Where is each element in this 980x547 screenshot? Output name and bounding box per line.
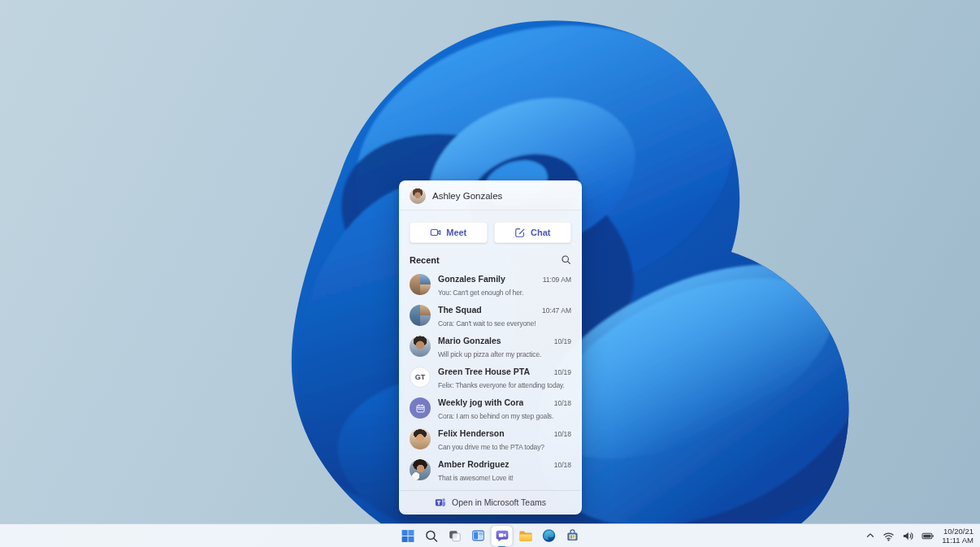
chat-button[interactable]: Chat: [494, 222, 572, 243]
conversation-name: Green Tree House PTA: [438, 367, 530, 376]
conversation-timestamp: 10/19: [554, 368, 571, 376]
taskbar-center-icons: [397, 526, 583, 546]
chat-bubble-icon: [494, 528, 510, 544]
conversation-message: You: Can't get enough of her.: [438, 289, 523, 297]
conversation-name: Amber Rodriguez: [438, 459, 510, 469]
edge-icon: [542, 528, 557, 543]
start-icon: [401, 529, 414, 543]
teams-chat-flyout: Ashley Gonzales Meet Chat Recent: [399, 180, 582, 514]
conversation-timestamp: 10/18: [554, 430, 571, 438]
volume-icon[interactable]: [902, 530, 914, 542]
action-buttons: Meet Chat: [400, 211, 581, 243]
conversation-message: Cora: Can't wait to see everyone!: [438, 319, 536, 328]
conversation-timestamp: 10/19: [554, 337, 571, 345]
conversation-list: Gonzales Family11:09 AMYou: Can't get en…: [400, 270, 581, 490]
conversation-message: Will pick up pizza after my practice.: [438, 350, 541, 358]
photo-avatar: [410, 305, 431, 326]
store-icon: [566, 528, 580, 543]
conversation-list-item[interactable]: Amber Rodriguez10/18That is awesome! Lov…: [400, 455, 581, 486]
task-view-icon: [448, 528, 462, 543]
conversation-timestamp: 11:09 AM: [543, 276, 571, 284]
taskbar-task-view-button[interactable]: [444, 526, 466, 546]
conversation-message: Can you drive me to the PTA today?: [438, 443, 544, 451]
conversation-list-item[interactable]: Gonzales Family11:09 AMYou: Can't get en…: [400, 270, 581, 301]
tray-time: 11:11 AM: [942, 536, 973, 545]
conversation-name: Weekly jog with Cora: [438, 397, 523, 407]
conversation-timestamp: 10:47 AM: [542, 306, 571, 315]
conversation-message: That is awesome! Love it!: [438, 474, 514, 482]
open-in-teams-label: Open in Microsoft Teams: [452, 497, 546, 507]
video-camera-icon: [430, 227, 441, 238]
conversation-list-item[interactable]: Weekly jog with Cora10/18Cora: I am so b…: [400, 393, 581, 424]
conversation-list-item[interactable]: Felix Henderson10/18Can you drive me to …: [400, 424, 581, 455]
desktop: Ashley Gonzales Meet Chat Recent: [0, 0, 980, 547]
conversation-message: Cora: I am so behind on my step goals.: [438, 412, 553, 420]
widgets-icon: [471, 528, 486, 543]
conversation-timestamp: 10/18: [554, 461, 571, 469]
photo-avatar: [410, 428, 431, 449]
conversation-timestamp: 10/18: [554, 399, 571, 407]
wifi-icon[interactable]: [882, 530, 895, 542]
taskbar: 10/20/21 11:11 AM: [0, 523, 980, 547]
teams-icon: [435, 497, 446, 508]
user-avatar[interactable]: [410, 188, 426, 204]
taskbar-widgets-button[interactable]: [468, 526, 489, 546]
taskbar-store-button[interactable]: [562, 526, 583, 546]
taskbar-edge-button[interactable]: [539, 526, 560, 546]
conversation-name: Mario Gonzales: [438, 336, 501, 345]
flyout-header: Ashley Gonzales: [400, 181, 581, 211]
chevron-up-icon[interactable]: [865, 531, 875, 540]
conversation-name: Gonzales Family: [438, 274, 505, 284]
flyout-footer: Open in Microsoft Teams: [400, 490, 581, 514]
open-in-teams-button[interactable]: Open in Microsoft Teams: [430, 496, 551, 509]
tray-clock[interactable]: 10/20/21 11:11 AM: [942, 527, 973, 545]
taskbar-file-explorer-button[interactable]: [515, 526, 536, 546]
conversation-message: Felix: Thanks everyone for attending tod…: [438, 381, 565, 389]
battery-icon[interactable]: [921, 530, 934, 542]
tray-date: 10/20/21: [942, 527, 973, 536]
conversation-list-item[interactable]: The Squad10:47 AMCora: Can't wait to see…: [400, 301, 581, 332]
user-name: Ashley Gonzales: [432, 191, 502, 201]
search-icon[interactable]: [561, 254, 571, 265]
conversation-list-item[interactable]: GTGreen Tree House PTA10/19Felix: Thanks…: [400, 362, 581, 393]
photo-avatar: [410, 459, 431, 480]
calendar-avatar-icon: [410, 397, 431, 419]
conversation-list-item[interactable]: Mario Gonzales10/19Will pick up pizza af…: [400, 332, 581, 362]
conversation-name: Felix Henderson: [438, 428, 505, 438]
compose-icon: [514, 227, 526, 238]
initials-avatar: GT: [410, 367, 431, 388]
meet-button-label: Meet: [446, 228, 466, 237]
taskbar-tray: 10/20/21 11:11 AM: [865, 527, 973, 545]
chat-button-label: Chat: [531, 228, 550, 237]
folder-icon: [518, 528, 533, 544]
meet-button[interactable]: Meet: [410, 222, 488, 243]
taskbar-chat-button[interactable]: [492, 526, 513, 546]
taskbar-search-button[interactable]: [421, 526, 442, 546]
conversation-name: The Squad: [438, 305, 482, 315]
recent-header: Recent: [400, 243, 581, 270]
taskbar-search-icon: [424, 529, 438, 543]
photo-avatar: [410, 274, 431, 295]
photo-avatar: [410, 336, 431, 357]
taskbar-start-button[interactable]: [397, 526, 418, 546]
recent-title: Recent: [410, 255, 440, 265]
